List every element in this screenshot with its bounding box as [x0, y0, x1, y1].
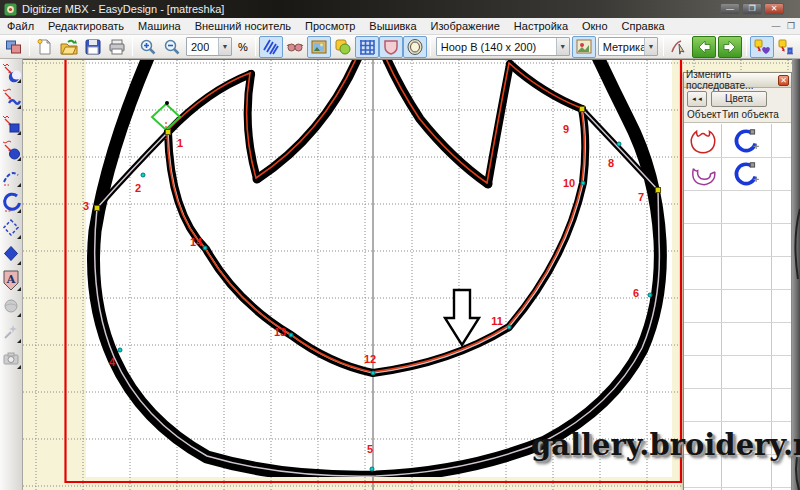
zoom-out-icon — [163, 38, 181, 56]
print-icon — [108, 38, 126, 56]
panel-close-icon[interactable]: ✕ — [778, 75, 789, 86]
shade-glasses-icon — [286, 38, 304, 56]
menu-просмотр[interactable]: Просмотр — [298, 19, 362, 33]
print-button[interactable] — [105, 36, 129, 58]
app-icon — [4, 3, 17, 16]
menu-машина[interactable]: Машина — [131, 19, 188, 33]
zoom-combo[interactable]: 200▼ — [186, 37, 232, 56]
svg-text:A: A — [6, 273, 16, 286]
maximize-button[interactable]: ❐ — [742, 3, 762, 15]
design-artwork — [23, 60, 793, 490]
window-title: Digitizer MBX - EasyDesign - [matreshka] — [22, 3, 224, 15]
closed-curve-tool-button[interactable] — [0, 189, 22, 215]
object-type-icon-row1[interactable] — [726, 126, 766, 156]
digitize-tool-column: A — [0, 59, 23, 490]
mdi-window-controls[interactable]: — ❐ — [771, 21, 800, 31]
chevron-down-icon[interactable]: ▼ — [218, 38, 231, 55]
design-canvas[interactable]: 1234567891011121314 — [23, 59, 793, 490]
new-doc-button[interactable] — [33, 36, 57, 58]
reshape-pointer-icon — [670, 38, 688, 56]
seq-spool-button[interactable] — [774, 36, 798, 58]
design-views-icon — [5, 38, 23, 56]
resequence-panel: Изменить последовате... ✕ ◄◄ Цвета Объек… — [683, 72, 792, 490]
hoop-oval-icon — [406, 38, 424, 56]
menubar: ФайлРедактироватьМашинаВнешний носительП… — [0, 18, 800, 35]
menu-изображение[interactable]: Изображение — [424, 19, 507, 33]
magic-wand-tool-button — [0, 319, 22, 345]
open-folder-icon — [60, 38, 78, 56]
arrow-right-icon — [721, 38, 739, 56]
shapes-overlap-icon — [334, 38, 352, 56]
chevron-down-icon[interactable]: ▼ — [556, 38, 569, 55]
zoom-in-icon — [139, 38, 157, 56]
units-combo[interactable]: Метрика▼ — [598, 37, 658, 56]
toolbar-separator — [29, 37, 30, 56]
image-view-button[interactable] — [307, 36, 331, 58]
seq-color-icon — [753, 38, 771, 56]
colors-button[interactable]: Цвета — [711, 91, 767, 107]
hoop-shield-button[interactable] — [379, 36, 403, 58]
column-object: Объект — [684, 109, 722, 122]
grid-view-icon — [358, 38, 376, 56]
minimize-button[interactable]: — — [720, 3, 740, 15]
toolbar-separator — [132, 37, 133, 56]
seq-spool-icon — [777, 38, 795, 56]
shade-glasses-button[interactable] — [283, 36, 307, 58]
hoop-oval-button[interactable] — [403, 36, 427, 58]
seq-color-button[interactable] — [750, 36, 774, 58]
reshape-pointer-button[interactable] — [667, 36, 691, 58]
stitch-view-icon — [262, 38, 280, 56]
lettering-tool-button[interactable]: A — [0, 267, 22, 293]
sphere-tool-button — [0, 293, 22, 319]
window-titlebar: Digitizer MBX - EasyDesign - [matreshka]… — [0, 0, 800, 18]
arrow-left-button[interactable] — [692, 36, 716, 58]
percent-label: % — [234, 41, 252, 53]
hoop-combo[interactable]: Hoop B (140 x 200)▼ — [436, 37, 570, 56]
open-folder-button[interactable] — [57, 36, 81, 58]
object-thumbnail-row2[interactable] — [686, 159, 720, 189]
panel-column-headers: Объект Тип объекта — [684, 109, 791, 123]
open-curve-tool-button[interactable] — [0, 163, 22, 189]
menu-настройка[interactable]: Настройка — [507, 19, 575, 33]
menu-справка[interactable]: Справка — [615, 19, 672, 33]
circle-fill-tool-button[interactable] — [0, 137, 22, 163]
zoom-in-button[interactable] — [136, 36, 160, 58]
toolbar-separator — [746, 37, 747, 56]
toolbar-separator — [663, 37, 664, 56]
diamond-fill-tool-button[interactable] — [0, 241, 22, 267]
run-stitch-tool-button[interactable] — [0, 85, 22, 111]
arrow-right-button[interactable] — [718, 36, 742, 58]
resequence-back-button[interactable]: ◄◄ — [687, 91, 707, 107]
camera-tool-button — [0, 345, 22, 371]
chevron-down-icon[interactable]: ▼ — [644, 38, 656, 55]
crescent-fill-tool-button[interactable] — [0, 59, 22, 85]
object-list — [684, 123, 791, 490]
image-small-button[interactable] — [572, 36, 596, 58]
save-floppy-button[interactable] — [81, 36, 105, 58]
image-small-icon — [575, 38, 593, 56]
menu-окно[interactable]: Окно — [575, 19, 615, 33]
zoom-out-button[interactable] — [160, 36, 184, 58]
object-thumbnail-row1[interactable] — [686, 126, 720, 156]
menu-редактировать[interactable]: Редактировать — [41, 19, 131, 33]
object-type-icon-row2[interactable] — [726, 159, 766, 189]
new-doc-icon — [36, 38, 54, 56]
close-button[interactable]: ✕ — [764, 3, 784, 15]
toolbar-separator — [255, 37, 256, 56]
toolbar-separator — [430, 37, 431, 56]
menu-внешний-носитель[interactable]: Внешний носитель — [188, 19, 298, 33]
grid-view-button[interactable] — [355, 36, 379, 58]
hoop-shield-icon — [382, 38, 400, 56]
column-object-type: Тип объекта — [722, 109, 779, 122]
diamond-outline-tool-button[interactable] — [0, 215, 22, 241]
menu-вышивка[interactable]: Вышивка — [362, 19, 423, 33]
save-floppy-icon — [84, 38, 102, 56]
stitch-view-button[interactable] — [259, 36, 283, 58]
square-fill-tool-button[interactable] — [0, 111, 22, 137]
window-edge-strip — [792, 59, 800, 490]
panel-title: Изменить последовате... — [686, 69, 778, 91]
design-views-button[interactable] — [2, 36, 26, 58]
shapes-overlap-button[interactable] — [331, 36, 355, 58]
arrow-left-icon — [695, 38, 713, 56]
menu-файл[interactable]: Файл — [0, 19, 41, 33]
